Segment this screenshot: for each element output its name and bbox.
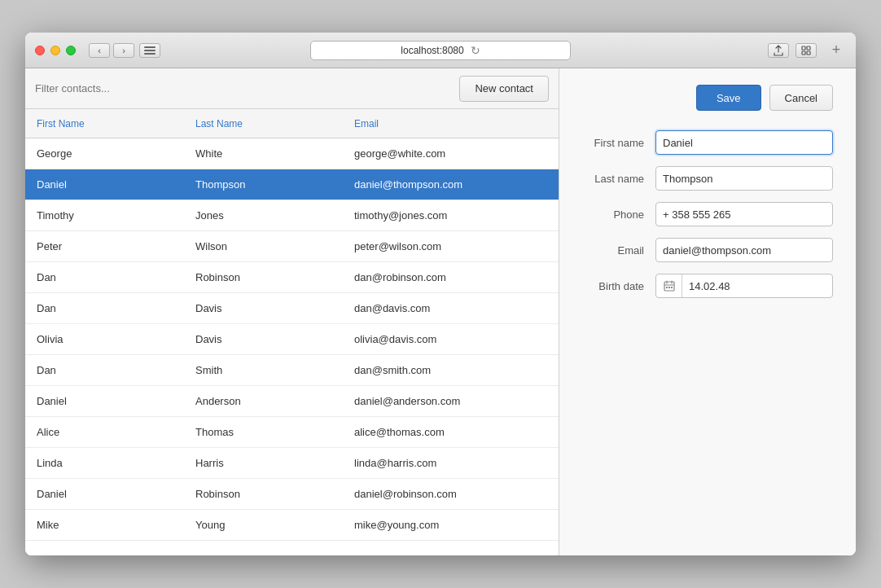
last-name-row: Last name [582,166,833,191]
table-row[interactable]: Olivia Davis olivia@davis.com [25,324,559,355]
close-button[interactable] [35,46,45,55]
cell-email: daniel@thompson.com [343,178,559,191]
birth-date-wrapper [655,274,833,298]
cell-email: dan@robinson.com [343,271,559,283]
birth-date-row: Birth date [582,274,833,298]
cell-first-name: Mike [25,519,184,531]
header-first-name[interactable]: First Name [25,118,184,129]
table-row[interactable]: Dan Robinson dan@robinson.com [25,262,559,293]
cancel-button[interactable]: Cancel [769,85,833,111]
phone-label: Phone [582,208,655,221]
refresh-icon[interactable]: ↻ [471,44,480,57]
cell-first-name: Dan [25,302,184,314]
filter-input[interactable] [35,77,451,100]
action-buttons: Save Cancel [582,85,833,111]
header-email[interactable]: Email [343,118,559,129]
first-name-input[interactable] [655,130,833,155]
table-header: First Name Last Name Email [25,109,559,138]
cell-last-name: Harris [184,457,343,469]
table-row[interactable]: Daniel Thompson daniel@thompson.com [25,169,559,200]
table-row[interactable]: Linda Harris linda@harris.com [25,448,559,479]
table-row[interactable]: George White george@white.com [25,138,559,169]
svg-rect-8 [666,287,668,288]
tabs-button[interactable] [796,43,817,58]
cell-last-name: Thompson [184,178,343,191]
svg-rect-1 [144,50,156,51]
cell-email: peter@wilson.com [343,240,559,252]
sidebar-toggle-button[interactable] [139,43,160,58]
table-row[interactable]: Mike Young mike@young.com [25,510,559,541]
cell-first-name: Olivia [25,333,184,345]
cell-email: linda@harris.com [343,457,559,469]
svg-rect-2 [144,53,156,55]
minimize-button[interactable] [50,46,60,55]
cell-first-name: Linda [25,457,184,469]
address-bar[interactable]: localhost:8080 ↻ [310,41,571,60]
cell-email: timothy@jones.com [343,209,559,222]
cell-last-name: Smith [184,364,343,376]
last-name-label: Last name [582,173,655,185]
table-row[interactable]: Timothy Jones timothy@jones.com [25,200,559,231]
cell-email: olivia@davis.com [343,333,559,345]
birth-date-label: Birth date [582,280,655,292]
back-button[interactable]: ‹ [89,43,110,58]
svg-rect-0 [144,46,156,48]
table-row[interactable]: Dan Davis dan@davis.com [25,293,559,324]
maximize-button[interactable] [66,46,76,55]
svg-rect-7 [664,282,674,291]
forward-button[interactable]: › [113,43,134,58]
contacts-table: First Name Last Name Email George White … [25,109,559,555]
title-bar: ‹ › localhost:8080 ↻ [25,33,856,68]
header-last-name[interactable]: Last Name [184,118,343,129]
cell-first-name: Daniel [25,395,184,407]
cell-first-name: George [25,147,184,160]
cell-first-name: Daniel [25,178,184,191]
content-area: New contact First Name Last Name Email G… [25,68,856,555]
cell-first-name: Peter [25,240,184,252]
svg-rect-9 [668,287,670,288]
cell-last-name: Anderson [184,395,343,407]
svg-rect-3 [802,46,805,50]
cell-last-name: Davis [184,302,343,314]
cell-first-name: Timothy [25,209,184,222]
cell-email: daniel@anderson.com [343,395,559,407]
cell-first-name: Dan [25,271,184,283]
table-row[interactable]: Peter Wilson peter@wilson.com [25,231,559,262]
left-panel: New contact First Name Last Name Email G… [25,68,559,555]
email-input[interactable] [655,238,833,262]
new-contact-button[interactable]: New contact [459,76,549,102]
nav-buttons: ‹ › [89,43,134,58]
cell-email: george@white.com [343,147,559,160]
save-button[interactable]: Save [696,85,761,111]
calendar-icon[interactable] [656,274,682,297]
first-name-label: First name [582,137,655,149]
new-tab-button[interactable]: + [826,43,846,58]
svg-rect-5 [802,51,805,55]
last-name-input[interactable] [655,166,833,191]
cell-first-name: Alice [25,426,184,438]
svg-rect-4 [807,46,810,50]
cell-last-name: Jones [184,209,343,222]
table-row[interactable]: Dan Smith dan@smith.com [25,355,559,386]
table-row[interactable]: Daniel Robinson daniel@robinson.com [25,479,559,510]
table-row[interactable]: Daniel Anderson daniel@anderson.com [25,386,559,417]
cell-last-name: Robinson [184,488,343,500]
svg-rect-6 [807,51,810,55]
cell-last-name: Thomas [184,426,343,438]
cell-email: daniel@robinson.com [343,488,559,500]
table-row[interactable]: Alice Thomas alice@thomas.com [25,417,559,448]
share-button[interactable] [768,43,789,58]
birth-date-input[interactable] [682,274,832,297]
first-name-row: First name [582,130,833,155]
email-label: Email [582,244,655,257]
cell-email: alice@thomas.com [343,426,559,438]
cell-first-name: Daniel [25,488,184,500]
svg-rect-10 [671,287,673,288]
right-panel: Save Cancel First name Last name Phone E… [559,68,856,555]
phone-input[interactable] [655,202,833,226]
phone-row: Phone [582,202,833,226]
filter-bar: New contact [25,68,559,109]
url-text: localhost:8080 [401,45,463,56]
window-actions: + [768,43,846,58]
cell-email: dan@davis.com [343,302,559,314]
